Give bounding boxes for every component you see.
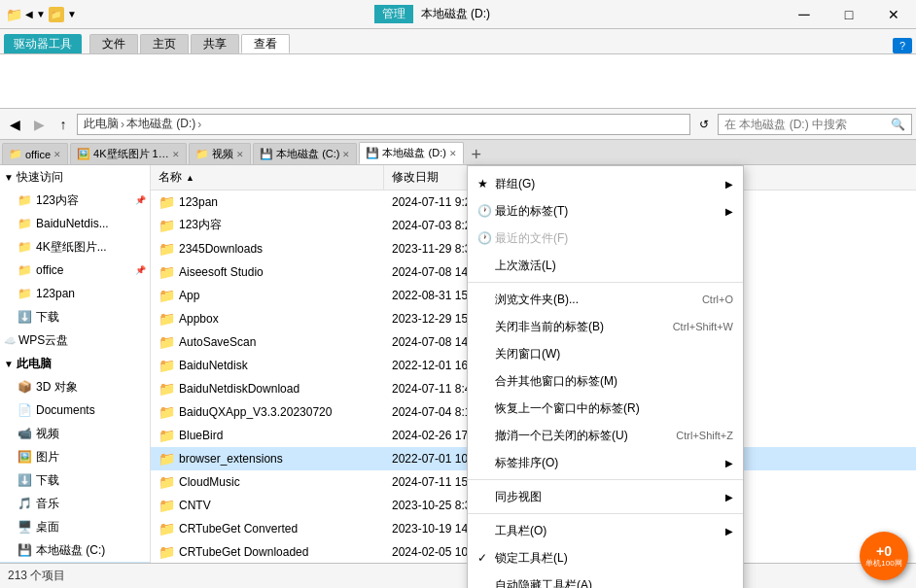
context-menu-item[interactable]: 🕐最近的标签(T)▶	[468, 197, 743, 225]
tab-office[interactable]: 📁 office ✕	[2, 143, 68, 164]
minimize-button[interactable]: ─	[782, 0, 827, 29]
ribbon-tab-home[interactable]: 主页	[140, 34, 189, 53]
tab-4k[interactable]: 🖼️ 4K壁纸图片 1080P ✕	[70, 143, 187, 164]
context-menu-item[interactable]: 标签排序(O)▶	[468, 449, 743, 476]
active-ribbon-tab[interactable]: 管理	[374, 5, 413, 23]
file-cell-name: 📁 BaiduNetdiskDownload	[151, 381, 384, 397]
sidebar-quick-access-group[interactable]: ▼ 快速访问	[0, 165, 150, 189]
folder-icon: 📁	[159, 381, 175, 397]
menu-item-label: 自动隐藏工具栏(A)	[495, 577, 733, 589]
refresh-button[interactable]: ↺	[693, 114, 715, 135]
file-cell-name: 📁 2345Downloads	[151, 241, 384, 257]
quick-access-arrow[interactable]: ▼	[67, 9, 77, 19]
3d-icon: 📦	[18, 380, 32, 394]
tab-drive-d[interactable]: 💾 本地磁盘 (D:) ✕	[359, 142, 463, 164]
col-name-label: 名称	[159, 169, 182, 186]
add-tab-button[interactable]: +	[466, 145, 487, 164]
context-menu-item[interactable]: 浏览文件夹(B)...Ctrl+O	[468, 286, 743, 313]
sidebar-item-downloads[interactable]: ⬇️ 下载	[0, 468, 150, 492]
file-name: BaiduNetdiskDownload	[179, 382, 299, 396]
folder-icon: 📁	[159, 428, 175, 443]
tab-video-label: 视频	[212, 147, 233, 161]
context-menu-item[interactable]: 同步视图▶	[468, 483, 743, 510]
breadcrumb-drive[interactable]: 本地磁盘 (D:)	[126, 116, 195, 132]
file-name: BaiduQXApp_V3.3.20230720	[179, 405, 332, 419]
tab-drive-c-close[interactable]: ✕	[342, 150, 350, 159]
file-name: Appbox	[179, 312, 219, 326]
address-path[interactable]: 此电脑 › 本地磁盘 (D:) ›	[77, 114, 690, 135]
sidebar-this-pc-group[interactable]: ▼ 此电脑	[0, 352, 150, 375]
breadcrumb-pc[interactable]: 此电脑	[84, 116, 119, 132]
folder-icon: 📁	[159, 474, 175, 490]
file-name: CNTV	[179, 499, 211, 512]
pictures-icon: 🖼️	[18, 450, 32, 464]
undo-icon[interactable]: ◀	[25, 9, 33, 19]
context-menu-item[interactable]: 工具栏(O)▶	[468, 517, 743, 544]
context-menu-item[interactable]: 关闭窗口(W)	[468, 340, 743, 367]
file-name: 123pan	[179, 195, 218, 209]
close-button[interactable]: ✕	[871, 0, 916, 29]
folder-icon: 📁	[159, 404, 175, 420]
tab-video-close[interactable]: ✕	[236, 150, 244, 159]
breadcrumb-sep2: ›	[197, 118, 201, 131]
sidebar-item-3d[interactable]: 📦 3D 对象	[0, 375, 150, 398]
tab-drive-c[interactable]: 💾 本地磁盘 (C:) ✕	[253, 143, 357, 164]
redo-icon[interactable]: ▼	[36, 9, 46, 19]
file-name: 123内容	[179, 217, 222, 233]
context-menu-item[interactable]: ★群组(G)▶	[468, 170, 743, 197]
sidebar-item-123pan[interactable]: 📁 123pan	[0, 282, 150, 305]
sidebar-item-123-content[interactable]: 📁 123内容 📌	[0, 189, 150, 212]
maximize-button[interactable]: □	[827, 0, 871, 29]
context-menu-item[interactable]: ✓锁定工具栏(L)	[468, 544, 743, 571]
back-button[interactable]: ◀	[4, 114, 25, 135]
tabs-bar: 📁 office ✕ 🖼️ 4K壁纸图片 1080P ✕ 📁 视频 ✕ 💾 本地…	[0, 140, 916, 165]
search-box[interactable]: 🔍	[718, 114, 912, 135]
sidebar-item-drive-c[interactable]: 💾 本地磁盘 (C:)	[0, 538, 150, 562]
window-title: 管理 本地磁盘 (D:)	[83, 5, 782, 23]
folder-icon: 📁	[159, 451, 175, 467]
context-menu-item[interactable]: 撤消一个已关闭的标签(U)Ctrl+Shift+Z	[468, 422, 743, 449]
sidebar-item-office[interactable]: 📁 office 📌	[0, 259, 150, 282]
ribbon-tab-driver-tools[interactable]: 驱动器工具	[4, 34, 82, 53]
up-button[interactable]: ↑	[53, 114, 74, 135]
ribbon-tab-share[interactable]: 共享	[191, 34, 239, 53]
menu-item-label: 锁定工具栏(L)	[495, 550, 733, 567]
sidebar-item-documents[interactable]: 📄 Documents	[0, 398, 150, 422]
search-icon: 🔍	[891, 118, 905, 131]
sidebar-item-desktop[interactable]: 🖥️ 桌面	[0, 515, 150, 538]
tab-video[interactable]: 📁 视频 ✕	[189, 143, 251, 164]
tab-4k-close[interactable]: ✕	[172, 150, 180, 159]
forward-button[interactable]: ▶	[28, 114, 50, 135]
sidebar-label-baidu: BaiduNetdis...	[36, 217, 109, 230]
sidebar-item-pictures[interactable]: 🖼️ 图片	[0, 445, 150, 468]
context-menu-item[interactable]: 关闭非当前的标签(B)Ctrl+Shift+W	[468, 313, 743, 340]
sidebar-wps-group[interactable]: ☁️ WPS云盘	[0, 329, 150, 352]
file-cell-name: 📁 BlueBird	[151, 428, 384, 443]
sidebar-item-music[interactable]: 🎵 音乐	[0, 492, 150, 515]
context-menu-item[interactable]: 恢复上一个窗口中的标签(R)	[468, 395, 743, 422]
desktop-icon: 🖥️	[18, 520, 32, 534]
sidebar-item-drive-d[interactable]: 💾 本地磁盘 (D:)	[0, 562, 150, 563]
ribbon-tab-view[interactable]: 查看	[241, 34, 290, 53]
sidebar-label-desktop: 桌面	[36, 519, 59, 536]
sidebar-item-videos[interactable]: 📹 视频	[0, 422, 150, 445]
music-icon: 🎵	[18, 497, 32, 510]
floating-btn[interactable]: +0 单机100网	[860, 532, 908, 580]
pin-icon-123: 📌	[135, 195, 146, 205]
col-name[interactable]: 名称 ▲	[151, 165, 384, 190]
sidebar-item-baidu[interactable]: 📁 BaiduNetdis...	[0, 212, 150, 235]
menu-item-label: 群组(G)	[495, 176, 725, 192]
context-menu-item[interactable]: 上次激活(L)	[468, 252, 743, 279]
search-input[interactable]	[724, 118, 887, 131]
sidebar: ▼ 快速访问 📁 123内容 📌 📁 BaiduNetdis... 📁 4K壁纸…	[0, 165, 151, 563]
ribbon-tab-file[interactable]: 文件	[89, 34, 138, 53]
tab-drive-d-close[interactable]: ✕	[449, 149, 457, 158]
file-cell-name: 📁 Appbox	[151, 311, 384, 327]
tab-office-close[interactable]: ✕	[53, 150, 61, 159]
sidebar-item-4k[interactable]: 📁 4K壁纸图片...	[0, 235, 150, 259]
sidebar-item-download-quick[interactable]: ⬇️ 下载	[0, 305, 150, 329]
help-button[interactable]: ?	[893, 38, 912, 53]
context-menu-item[interactable]: 自动隐藏工具栏(A)	[468, 571, 743, 588]
folder-icon: 📁	[159, 521, 175, 536]
context-menu-item[interactable]: 合并其他窗口的标签(M)	[468, 367, 743, 395]
